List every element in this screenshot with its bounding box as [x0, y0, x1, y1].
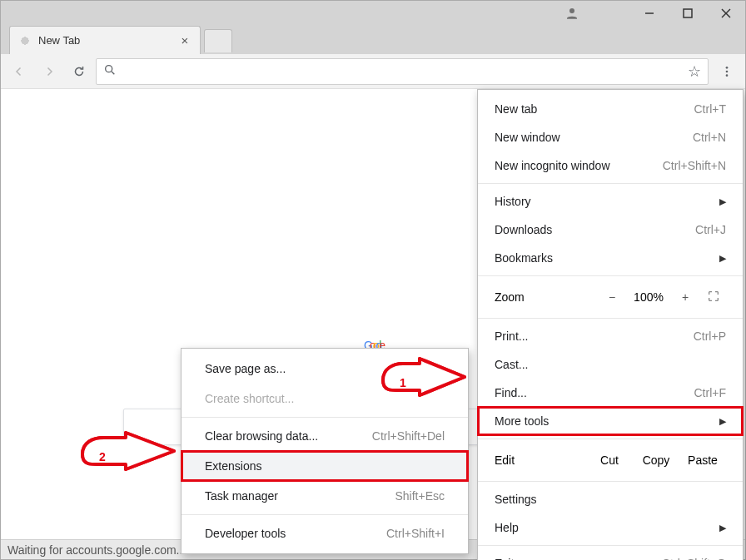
arrow-right-icon [42, 64, 57, 79]
submenu-clear-browsing-data[interactable]: Clear browsing data...Ctrl+Shift+Del [182, 421, 468, 451]
menu-separator [182, 514, 468, 515]
address-bar[interactable]: ☆ [96, 58, 709, 85]
new-tab-button[interactable] [204, 29, 232, 52]
menu-separator [478, 439, 743, 439]
menu-cast[interactable]: Cast... [478, 350, 743, 379]
main-menu: New tabCtrl+T New windowCtrl+N New incog… [477, 89, 744, 560]
svg-point-8 [726, 70, 729, 72]
person-icon [564, 6, 579, 21]
more-tools-submenu: Save page as... Create shortcut... Clear… [181, 348, 469, 554]
menu-help[interactable]: Help▶ [478, 513, 743, 542]
svg-rect-2 [684, 9, 692, 17]
window-close-button[interactable] [707, 1, 745, 26]
chevron-right-icon: ▶ [719, 416, 726, 427]
close-icon [721, 8, 731, 18]
maximize-icon [683, 8, 693, 18]
window-minimize-button[interactable] [630, 1, 669, 26]
tab-close-button[interactable]: × [178, 34, 191, 47]
main-menu-button[interactable] [714, 58, 740, 85]
browser-window: New Tab × ☆ Gm Google New tabCtrl+T New … [0, 0, 746, 560]
submenu-task-manager[interactable]: Task managerShift+Esc [182, 481, 468, 511]
kebab-menu-icon [720, 65, 734, 78]
menu-print[interactable]: Print...Ctrl+P [478, 322, 743, 350]
arrow-left-icon [12, 64, 27, 79]
svg-line-6 [112, 72, 114, 74]
menu-exit[interactable]: ExitCtrl+Shift+Q [478, 549, 743, 560]
edit-paste-button[interactable]: Paste [679, 453, 726, 467]
chevron-right-icon: ▶ [719, 196, 726, 207]
edit-cut-button[interactable]: Cut [586, 453, 633, 467]
menu-settings[interactable]: Settings [478, 485, 743, 513]
profile-avatar-button[interactable] [553, 1, 591, 26]
zoom-percent: 100% [628, 290, 669, 304]
menu-bookmarks[interactable]: Bookmarks▶ [478, 244, 743, 272]
menu-new-tab[interactable]: New tabCtrl+T [478, 95, 743, 123]
window-titlebar [1, 1, 745, 26]
search-icon [103, 63, 117, 79]
tab-title: New Tab [38, 34, 178, 47]
menu-history[interactable]: History▶ [478, 187, 743, 216]
forward-button[interactable] [36, 58, 62, 85]
svg-point-0 [569, 8, 574, 13]
status-text: Waiting for accounts.google.com... [7, 543, 186, 557]
menu-separator [478, 275, 743, 276]
zoom-label: Zoom [495, 290, 596, 304]
menu-incognito[interactable]: New incognito windowCtrl+Shift+N [478, 151, 743, 180]
submenu-create-shortcut: Create shortcut... [182, 384, 468, 414]
reload-icon [72, 64, 87, 79]
edit-label: Edit [495, 453, 586, 467]
menu-downloads[interactable]: DownloadsCtrl+J [478, 216, 743, 244]
fullscreen-button[interactable] [701, 290, 726, 305]
menu-separator [478, 183, 743, 184]
submenu-save-page[interactable]: Save page as... [182, 354, 468, 384]
submenu-developer-tools[interactable]: Developer toolsCtrl+Shift+I [182, 518, 468, 548]
svg-point-9 [726, 74, 729, 77]
menu-separator [478, 481, 743, 482]
chevron-right-icon: ▶ [719, 253, 726, 264]
edit-copy-button[interactable]: Copy [633, 453, 679, 467]
menu-new-window[interactable]: New windowCtrl+N [478, 123, 743, 151]
menu-zoom-row: Zoom − 100% + [478, 280, 743, 315]
chevron-right-icon: ▶ [719, 523, 726, 533]
submenu-extensions[interactable]: Extensions [182, 451, 468, 481]
zoom-in-button[interactable]: + [673, 290, 698, 304]
zoom-out-button[interactable]: − [599, 290, 624, 304]
menu-find[interactable]: Find...Ctrl+F [478, 379, 743, 407]
menu-separator [182, 417, 468, 418]
fullscreen-icon [707, 290, 720, 303]
window-maximize-button[interactable] [669, 1, 707, 26]
menu-separator [478, 318, 743, 319]
tabstrip: New Tab × [1, 26, 745, 54]
tab-favicon-icon [18, 34, 32, 47]
menu-separator [478, 545, 743, 546]
menu-edit-row: Edit Cut Copy Paste [478, 443, 743, 478]
reload-button[interactable] [66, 58, 92, 85]
minimize-icon [644, 8, 654, 18]
tab-new-tab[interactable]: New Tab × [9, 26, 201, 54]
back-button[interactable] [6, 58, 32, 85]
menu-more-tools[interactable]: More tools▶ [478, 407, 743, 435]
omnibox-input[interactable] [123, 64, 681, 78]
toolbar: ☆ [1, 54, 745, 89]
svg-point-5 [106, 66, 112, 72]
bookmark-star-button[interactable]: ☆ [688, 62, 701, 81]
svg-point-7 [726, 67, 729, 69]
